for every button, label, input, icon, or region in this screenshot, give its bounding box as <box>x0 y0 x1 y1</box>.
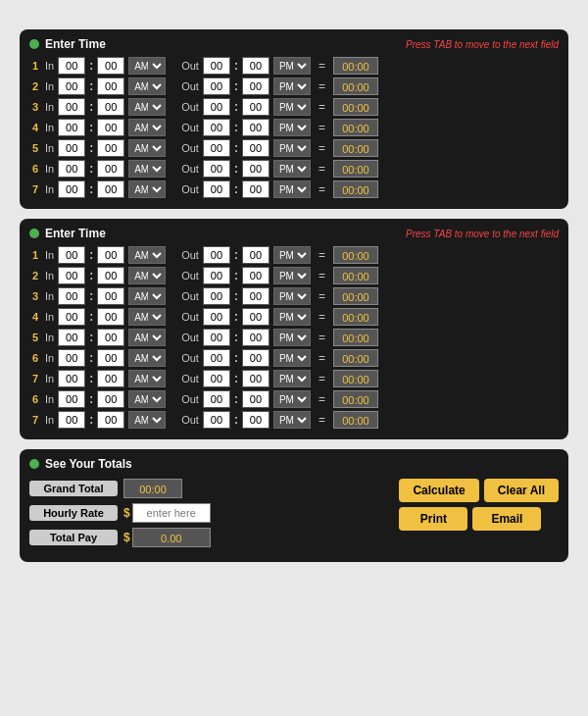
out-ampm-select[interactable]: AM PM <box>273 246 311 264</box>
in-ampm-select[interactable]: AM PM <box>128 287 166 305</box>
out-hours-input[interactable] <box>203 370 230 387</box>
out-ampm-select[interactable]: AM PM <box>273 287 311 305</box>
out-minutes-input[interactable] <box>242 57 270 75</box>
in-minutes-input[interactable] <box>97 139 124 157</box>
in-minutes-input[interactable] <box>97 308 124 326</box>
print-button[interactable]: Print <box>399 507 467 531</box>
in-minutes-input[interactable] <box>97 98 124 116</box>
in-hours-input[interactable] <box>58 77 85 95</box>
out-minutes-input[interactable] <box>242 77 270 95</box>
out-hours-input[interactable] <box>203 267 230 284</box>
out-hours-input[interactable] <box>203 287 230 305</box>
out-ampm-select[interactable]: AM PM <box>273 98 311 116</box>
in-ampm-select[interactable]: AM PM <box>128 139 166 157</box>
out-ampm-select[interactable]: AM PM <box>273 411 311 429</box>
in-hours-input[interactable] <box>58 287 85 305</box>
out-ampm-select[interactable]: AM PM <box>273 119 311 136</box>
out-minutes-input[interactable] <box>242 329 270 346</box>
in-minutes-input[interactable] <box>97 267 124 284</box>
in-minutes-input[interactable] <box>97 77 124 95</box>
out-hours-input[interactable] <box>203 308 230 326</box>
in-ampm-select[interactable]: AM PM <box>128 98 166 116</box>
in-hours-input[interactable] <box>58 329 85 346</box>
out-minutes-input[interactable] <box>242 370 270 387</box>
in-minutes-input[interactable] <box>97 57 124 75</box>
in-ampm-select[interactable]: AM PM <box>128 390 166 408</box>
out-ampm-select[interactable]: AM PM <box>273 308 311 326</box>
in-hours-input[interactable] <box>58 180 85 198</box>
in-minutes-input[interactable] <box>97 349 124 367</box>
out-hours-input[interactable] <box>203 246 230 264</box>
in-hours-input[interactable] <box>58 57 85 75</box>
calculate-button[interactable]: Calculate <box>399 479 478 502</box>
in-hours-input[interactable] <box>58 349 85 367</box>
out-ampm-select[interactable]: AM PM <box>273 370 311 387</box>
in-minutes-input[interactable] <box>97 119 124 136</box>
out-hours-input[interactable] <box>203 411 230 429</box>
in-ampm-select[interactable]: AM PM <box>128 119 166 136</box>
in-minutes-input[interactable] <box>97 287 124 305</box>
in-ampm-select[interactable]: AM PM <box>128 180 166 198</box>
out-hours-input[interactable] <box>203 119 230 136</box>
in-minutes-input[interactable] <box>97 390 124 408</box>
out-ampm-select[interactable]: AM PM <box>273 160 311 178</box>
in-ampm-select[interactable]: AM PM <box>128 308 166 326</box>
out-ampm-select[interactable]: AM PM <box>273 139 311 157</box>
in-ampm-select[interactable]: AM PM <box>128 160 166 178</box>
out-minutes-input[interactable] <box>242 160 270 178</box>
out-hours-input[interactable] <box>203 160 230 178</box>
out-hours-input[interactable] <box>203 349 230 367</box>
in-ampm-select[interactable]: AM PM <box>128 57 166 75</box>
out-minutes-input[interactable] <box>242 139 270 157</box>
in-ampm-select[interactable]: AM PM <box>128 246 166 264</box>
in-minutes-input[interactable] <box>97 160 124 178</box>
out-hours-input[interactable] <box>203 329 230 346</box>
out-minutes-input[interactable] <box>242 98 270 116</box>
out-hours-input[interactable] <box>203 98 230 116</box>
out-ampm-select[interactable]: AM PM <box>273 329 311 346</box>
out-minutes-input[interactable] <box>242 180 270 198</box>
out-hours-input[interactable] <box>203 180 230 198</box>
out-minutes-input[interactable] <box>242 411 270 429</box>
in-hours-input[interactable] <box>58 370 85 387</box>
out-minutes-input[interactable] <box>242 308 270 326</box>
out-ampm-select[interactable]: AM PM <box>273 349 311 367</box>
out-ampm-select[interactable]: AM PM <box>273 180 311 198</box>
out-minutes-input[interactable] <box>242 246 270 264</box>
out-minutes-input[interactable] <box>242 349 270 367</box>
in-hours-input[interactable] <box>58 119 85 136</box>
email-button[interactable]: Email <box>472 507 541 531</box>
in-hours-input[interactable] <box>58 160 85 178</box>
in-ampm-select[interactable]: AM PM <box>128 329 166 346</box>
out-hours-input[interactable] <box>203 77 230 95</box>
in-ampm-select[interactable]: AM PM <box>128 349 166 367</box>
in-minutes-input[interactable] <box>97 180 124 198</box>
out-minutes-input[interactable] <box>242 287 270 305</box>
clear-all-button[interactable]: Clear All <box>484 479 559 502</box>
in-minutes-input[interactable] <box>97 246 124 264</box>
out-minutes-input[interactable] <box>242 390 270 408</box>
in-hours-input[interactable] <box>58 246 85 264</box>
in-minutes-input[interactable] <box>97 370 124 387</box>
in-minutes-input[interactable] <box>97 329 124 346</box>
in-ampm-select[interactable]: AM PM <box>128 77 166 95</box>
in-hours-input[interactable] <box>58 98 85 116</box>
in-hours-input[interactable] <box>58 390 85 408</box>
out-minutes-input[interactable] <box>242 119 270 136</box>
out-hours-input[interactable] <box>203 139 230 157</box>
out-ampm-select[interactable]: AM PM <box>273 267 311 284</box>
in-hours-input[interactable] <box>58 267 85 284</box>
in-hours-input[interactable] <box>58 308 85 326</box>
out-hours-input[interactable] <box>203 390 230 408</box>
in-minutes-input[interactable] <box>97 411 124 429</box>
out-ampm-select[interactable]: AM PM <box>273 390 311 408</box>
out-hours-input[interactable] <box>203 57 230 75</box>
in-hours-input[interactable] <box>58 411 85 429</box>
in-ampm-select[interactable]: AM PM <box>128 411 166 429</box>
hourly-rate-input[interactable] <box>132 503 211 523</box>
in-hours-input[interactable] <box>58 139 85 157</box>
out-ampm-select[interactable]: AM PM <box>273 77 311 95</box>
out-minutes-input[interactable] <box>242 267 270 284</box>
out-ampm-select[interactable]: AM PM <box>273 57 311 75</box>
in-ampm-select[interactable]: AM PM <box>128 267 166 284</box>
